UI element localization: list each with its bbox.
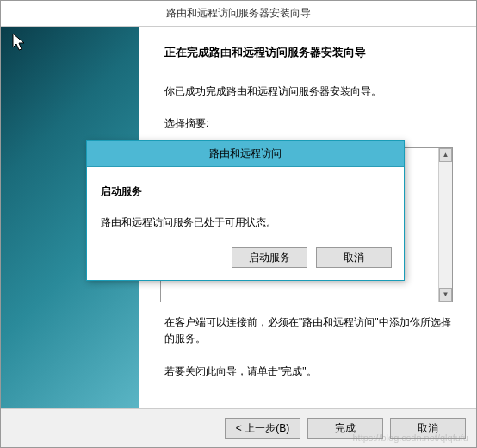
cancel-button[interactable]: 取消 xyxy=(390,418,466,439)
scrollbar[interactable]: ▲ ▼ xyxy=(438,148,452,302)
dialog-message: 路由和远程访问服务已处于可用状态。 xyxy=(101,214,390,233)
back-button[interactable]: < 上一步(B) xyxy=(225,418,300,439)
scroll-up-icon[interactable]: ▲ xyxy=(439,148,452,162)
wizard-success-text: 你已成功完成路由和远程访问服务器安装向导。 xyxy=(164,84,459,100)
wizard-footer: < 上一步(B) 完成 取消 xyxy=(1,408,476,447)
dialog-footer: 启动服务 取消 xyxy=(87,240,404,280)
dialog-titlebar: 路由和远程访问 xyxy=(87,141,404,167)
wizard-after-text-2: 若要关闭此向导，请单击"完成"。 xyxy=(164,364,459,380)
dialog-title: 路由和远程访问 xyxy=(209,147,282,159)
wizard-titlebar: 路由和远程访问服务器安装向导 xyxy=(1,1,476,27)
dialog-cancel-button[interactable]: 取消 xyxy=(316,247,392,268)
finish-button[interactable]: 完成 xyxy=(307,418,383,439)
dialog-heading: 启动服务 xyxy=(101,183,390,202)
scroll-down-icon[interactable]: ▼ xyxy=(439,288,452,302)
wizard-summary-label: 选择摘要: xyxy=(164,115,459,132)
dialog-body: 启动服务 路由和远程访问服务已处于可用状态。 xyxy=(87,167,404,240)
wizard-heading: 正在完成路由和远程访问服务器安装向导 xyxy=(164,44,459,62)
wizard-title: 路由和远程访问服务器安装向导 xyxy=(166,7,311,19)
start-service-button[interactable]: 启动服务 xyxy=(232,247,307,268)
start-service-dialog: 路由和远程访问 启动服务 路由和远程访问服务已处于可用状态。 启动服务 取消 xyxy=(86,140,405,281)
wizard-after-text-1: 在客户端可以连接前，必须在"路由和远程访问"中添加你所选择的服务。 xyxy=(164,314,459,347)
